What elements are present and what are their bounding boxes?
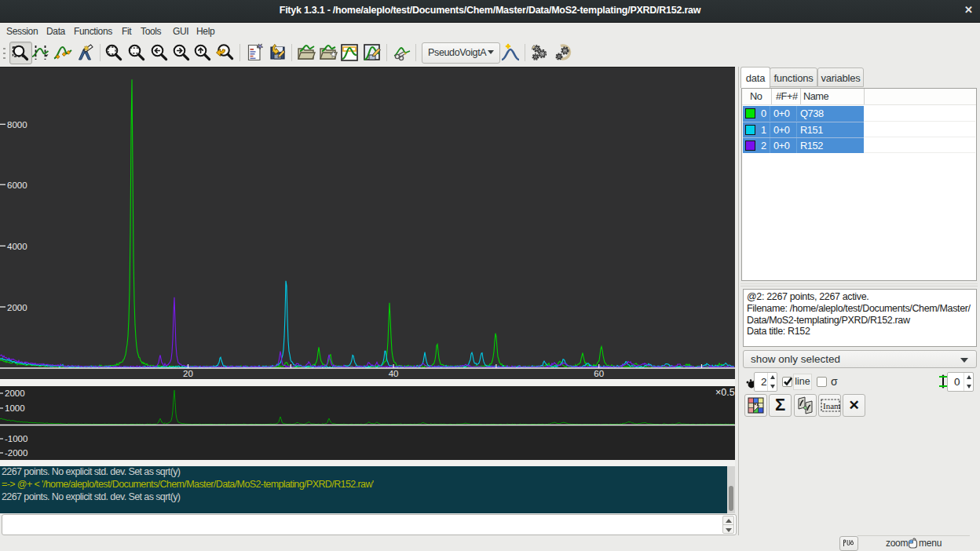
svg-text:-1000: -1000 bbox=[5, 434, 27, 443]
svg-text:6000: 6000 bbox=[7, 181, 27, 190]
svg-text:Inam: Inam bbox=[823, 401, 840, 411]
svg-text:8000: 8000 bbox=[7, 120, 27, 130]
svg-text:60: 60 bbox=[594, 369, 604, 378]
svg-text:2000: 2000 bbox=[5, 389, 25, 398]
svg-text:-2000: -2000 bbox=[5, 448, 27, 458]
svg-text:1000: 1000 bbox=[5, 403, 25, 413]
svg-text:20: 20 bbox=[183, 369, 193, 378]
svg-text:×0.5: ×0.5 bbox=[715, 387, 735, 398]
svg-text:2000: 2000 bbox=[7, 303, 27, 312]
svg-text:4000: 4000 bbox=[7, 242, 27, 251]
svg-text:40: 40 bbox=[389, 369, 399, 378]
